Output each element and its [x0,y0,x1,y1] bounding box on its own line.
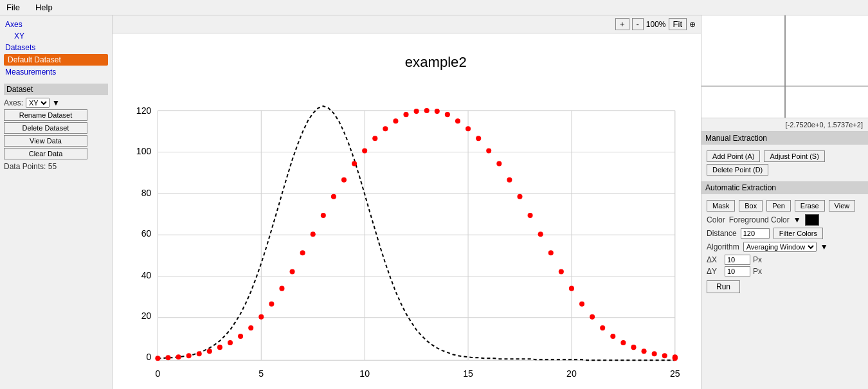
add-point-button[interactable]: Add Point (A) [707,150,760,162]
svg-point-66 [569,286,574,291]
svg-text:5: 5 [258,368,264,379]
automatic-extraction-content: Mask Box Pen Erase View Color Foreground… [701,194,868,297]
chart-title: example2 [405,54,467,70]
svg-point-57 [476,136,481,141]
delete-point-button[interactable]: Delete Point (D) [707,164,768,176]
run-button[interactable]: Run [707,280,740,293]
color-label: Color [707,215,725,224]
distance-input[interactable]: 120 [741,228,770,239]
svg-point-62 [528,213,533,218]
svg-point-59 [496,161,502,167]
delete-dataset-button[interactable]: Delete Dataset [4,122,87,134]
chart-svg: example2 0 20 40 60 80 100 120 0 5 10 15… [113,40,694,389]
svg-point-63 [538,231,543,237]
distance-label: Distance [707,229,737,238]
menu-bar: File Help [0,0,868,15]
svg-point-30 [197,351,202,356]
svg-point-75 [662,353,667,358]
algorithm-select[interactable]: Averaging Window [743,242,817,252]
mask-button[interactable]: Mask [707,200,735,212]
svg-point-35 [248,325,253,330]
svg-text:20: 20 [566,368,577,379]
chart-container[interactable]: example2 0 20 40 60 80 100 120 0 5 10 15… [113,33,701,389]
erase-button[interactable]: Erase [795,200,825,212]
delta-x-input[interactable]: 10 [725,255,750,265]
svg-point-40 [300,250,305,255]
svg-point-33 [228,340,233,345]
filter-colors-button[interactable]: Filter Colors [773,228,823,239]
automatic-extraction-header: Automatic Extraction [701,181,868,194]
mini-canvas[interactable] [701,15,868,118]
zoom-in-button[interactable]: + [615,18,629,30]
tree-item-default-dataset[interactable]: Default Dataset [4,54,108,66]
mini-canvas-svg [701,15,868,118]
svg-point-36 [258,314,264,320]
svg-point-74 [652,351,657,356]
svg-point-56 [466,126,471,131]
tree-item-xy[interactable]: XY [4,31,108,41]
fit-button[interactable]: Fit [669,18,687,30]
svg-point-69 [600,325,605,330]
svg-point-52 [424,108,429,113]
svg-point-31 [207,348,212,354]
chevron-down-icon: ▼ [52,98,60,107]
svg-point-38 [279,286,284,291]
svg-point-37 [269,302,274,307]
file-menu[interactable]: File [3,1,24,14]
svg-text:15: 15 [463,368,473,379]
svg-point-42 [321,213,326,218]
svg-text:0: 0 [155,368,160,379]
svg-text:120: 120 [136,105,152,116]
delta-x-label: ΔX [707,255,722,264]
axes-select[interactable]: XY [26,98,50,108]
svg-point-72 [631,345,636,350]
zoom-level: 100% [646,20,666,29]
svg-point-54 [445,112,450,117]
svg-point-51 [414,109,419,114]
svg-point-78 [673,356,678,361]
adjust-point-button[interactable]: Adjust Point (S) [764,150,824,162]
right-panel: [-2.7520e+0, 1.5737e+2] Manual Extractio… [701,15,868,389]
svg-point-73 [642,348,647,354]
delta-y-label: ΔY [707,267,722,276]
help-menu[interactable]: Help [32,1,57,14]
svg-point-44 [341,177,347,183]
rename-dataset-button[interactable]: Rename Dataset [4,109,87,121]
zoom-out-button[interactable]: - [632,18,644,30]
data-points-label: Data Points: 55 [4,162,108,171]
svg-point-55 [455,118,460,123]
delta-y-input[interactable]: 10 [725,266,750,276]
svg-point-48 [383,126,388,131]
svg-point-70 [610,334,615,339]
svg-text:25: 25 [670,368,680,379]
px-y-label: Px [753,267,762,276]
box-button[interactable]: Box [739,200,763,212]
px-x-label: Px [753,255,762,264]
clear-data-button[interactable]: Clear Data [4,148,87,159]
tree-item-datasets[interactable]: Datasets [4,42,108,53]
svg-point-29 [186,353,192,358]
svg-point-43 [331,194,336,199]
svg-point-67 [579,302,584,307]
svg-point-45 [352,161,357,167]
chart-area: + - 100% Fit ⊕ example2 0 20 40 60 80 10… [113,15,701,389]
tree-item-measurements[interactable]: Measurements [4,67,108,77]
svg-point-64 [548,250,554,255]
view-data-button[interactable]: View Data [4,135,87,147]
svg-point-41 [311,231,316,237]
color-swatch[interactable] [805,214,819,226]
pen-button[interactable]: Pen [766,200,791,212]
dataset-section-label: Dataset [4,84,108,95]
svg-point-32 [217,345,222,350]
algorithm-label: Algorithm [707,242,739,251]
left-panel: Axes XY Datasets Default Dataset Measure… [0,15,113,389]
tree-item-axes[interactable]: Axes [4,19,108,30]
coords-display: [-2.7520e+0, 1.5737e+2] [701,118,868,132]
crosshair-icon[interactable]: ⊕ [689,20,696,29]
svg-text:80: 80 [141,188,152,198]
svg-point-39 [290,269,295,274]
manual-extraction-content: Add Point (A) Adjust Point (S) Delete Po… [701,145,868,181]
svg-text:10: 10 [359,368,370,379]
view-button[interactable]: View [829,200,856,212]
svg-point-71 [620,340,626,345]
